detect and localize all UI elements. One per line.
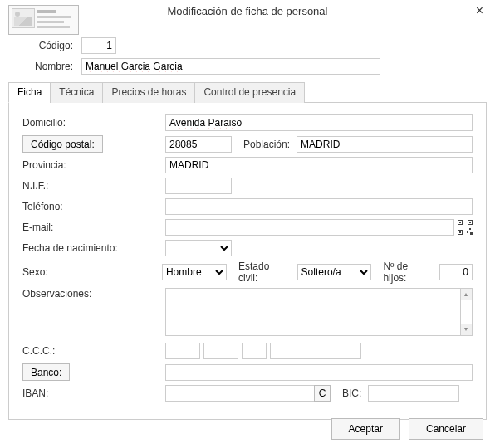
ccc-input-4[interactable] (270, 343, 361, 359)
estado-civil-select[interactable]: Soltero/a (297, 264, 372, 280)
tab-tecnica[interactable]: Técnica (50, 82, 103, 103)
ccc-input-1[interactable] (165, 343, 200, 359)
telefono-input[interactable] (165, 198, 473, 215)
bic-label: BIC: (342, 387, 361, 399)
sexo-select[interactable]: Hombre (162, 264, 227, 280)
estado-civil-label: Estado civil: (238, 261, 291, 284)
tab-precios[interactable]: Precios de horas (102, 82, 195, 103)
banco-input[interactable] (165, 364, 473, 381)
scroll-up-icon[interactable]: ▴ (461, 289, 472, 300)
tab-control[interactable]: Control de presencia (194, 82, 305, 103)
nif-label: N.I.F.: (22, 180, 165, 192)
hijos-label: Nº de hijos: (383, 261, 433, 284)
bic-input[interactable] (368, 385, 459, 402)
nombre-input[interactable] (81, 58, 380, 75)
ok-button[interactable]: Aceptar (331, 418, 400, 440)
codigo-postal-button[interactable]: Código postal: (22, 135, 103, 153)
tab-ficha[interactable]: Ficha (8, 82, 51, 103)
nif-input[interactable] (165, 178, 232, 194)
fecha-nacimiento-select[interactable] (165, 240, 232, 256)
ccc-label: C.C.C.: (22, 345, 165, 357)
sexo-label: Sexo: (22, 266, 162, 278)
iban-calc-button[interactable]: C (314, 385, 331, 402)
scroll-down-icon[interactable]: ▾ (461, 324, 472, 335)
email-input[interactable] (165, 219, 454, 236)
observaciones-label: Observaciones: (22, 288, 165, 299)
codigo-label: Código: (13, 40, 73, 51)
codigo-input[interactable] (81, 37, 116, 54)
provincia-label: Provincia: (22, 159, 165, 171)
dialog-title: Modificación de ficha de personal × (0, 0, 495, 21)
domicilio-input[interactable] (165, 114, 473, 131)
observaciones-textarea[interactable] (165, 288, 461, 336)
dialog-title-text: Modificación de ficha de personal (168, 5, 328, 17)
cancel-button[interactable]: Cancelar (409, 418, 483, 440)
fecha-nacimiento-label: Fecha de nacimiento: (22, 242, 165, 254)
ccc-input-2[interactable] (203, 343, 238, 359)
provincia-input[interactable] (165, 157, 473, 173)
iban-label: IBAN: (22, 387, 165, 399)
tab-panel-ficha: Domicilio: Código postal: Población: Pro… (8, 103, 487, 420)
banco-button[interactable]: Banco: (22, 363, 70, 381)
ccc-input-3[interactable] (242, 343, 267, 359)
email-label: E-mail: (22, 222, 165, 233)
hijos-input[interactable] (439, 264, 473, 280)
poblacion-label: Población: (243, 139, 290, 150)
poblacion-input[interactable] (297, 136, 473, 153)
textarea-scrollbar[interactable]: ▴ ▾ (461, 288, 473, 336)
codigo-postal-input[interactable] (165, 136, 232, 153)
domicilio-label: Domicilio: (22, 117, 165, 129)
telefono-label: Teléfono: (22, 201, 165, 212)
nombre-label: Nombre: (13, 61, 73, 72)
qr-icon[interactable] (458, 220, 473, 235)
iban-input[interactable] (165, 385, 315, 402)
tab-bar: Ficha Técnica Precios de horas Control d… (8, 81, 487, 103)
close-icon[interactable]: × (476, 3, 483, 18)
